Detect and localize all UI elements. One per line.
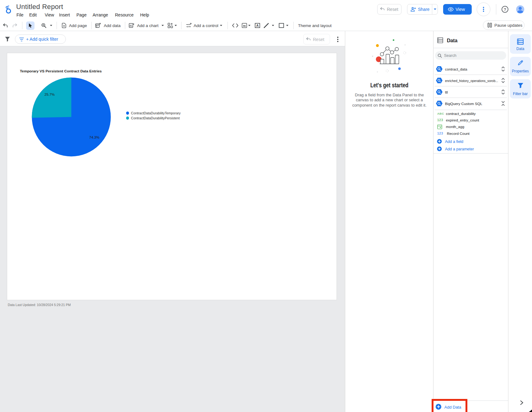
- svg-text:74.3%: 74.3%: [89, 135, 99, 139]
- svg-text:A: A: [256, 24, 259, 27]
- svg-text:25.7%: 25.7%: [44, 93, 55, 96]
